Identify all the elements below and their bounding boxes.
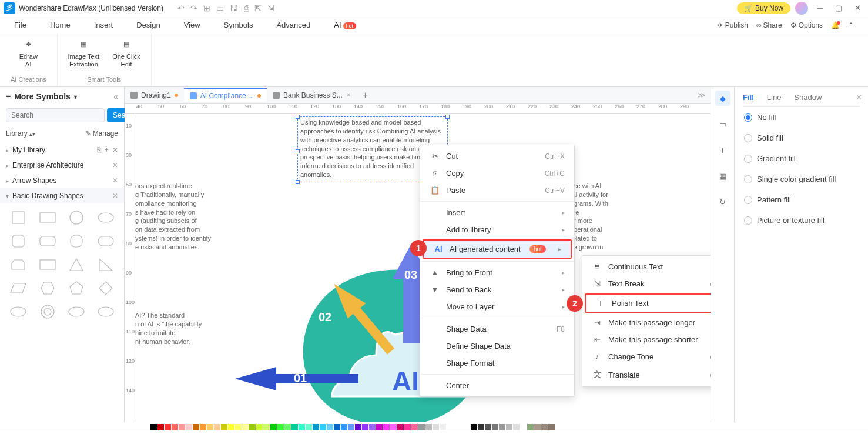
sidebar-cat-basic[interactable]: ▾Basic Drawing Shapes✕ (0, 188, 124, 203)
fill-opt-gradient[interactable]: Gradient fill (743, 148, 860, 169)
sub-translate[interactable]: 文Translate▸ (582, 365, 711, 384)
text-panel-button[interactable]: T (715, 142, 730, 158)
color-swatch[interactable] (150, 424, 157, 430)
color-swatch[interactable] (478, 424, 484, 430)
color-swatch[interactable] (341, 424, 347, 430)
shape-oval3[interactable] (93, 302, 118, 321)
ctx-cut[interactable]: ✂CutCtrl+X (420, 148, 574, 165)
panel-tab-line[interactable]: Line (767, 93, 782, 102)
shape-donut[interactable] (35, 302, 60, 321)
shape-rect[interactable] (35, 208, 60, 227)
add-tab-button[interactable]: + (357, 90, 374, 101)
color-swatch[interactable] (256, 424, 263, 430)
more-symbols-header[interactable]: ≡ More Symbols▾« (0, 87, 124, 106)
canvas-body[interactable]: 103050708090100110120140 AI 01 02 (125, 114, 711, 422)
shape-snip[interactable] (6, 255, 31, 274)
ctx-paste[interactable]: 📋PasteCtrl+V (420, 182, 574, 199)
shape-oval2[interactable] (65, 302, 89, 321)
ctx-copy[interactable]: ⎘CopyCtrl+C (420, 165, 574, 182)
sub-text-break[interactable]: ⇲Text Break▸ (582, 275, 711, 292)
fill-panel-button[interactable]: ◆ (715, 91, 730, 106)
sub-make-shorter[interactable]: ⇤Make this passage shorter (582, 331, 711, 348)
share-button[interactable]: ∞ Share (756, 21, 782, 29)
fill-opt-picture[interactable]: Picture or texture fill (743, 210, 860, 231)
sub-change-tone[interactable]: ♪Change Tone▸ (582, 348, 711, 365)
undo-icon[interactable]: ↶ (177, 4, 185, 13)
color-swatch[interactable] (299, 424, 305, 430)
color-swatch[interactable] (492, 424, 498, 430)
fill-opt-nofill[interactable]: No fill (743, 107, 860, 128)
sidebar-cat-arrow[interactable]: ▸Arrow Shapes✕ (0, 173, 124, 188)
panel-tab-fill[interactable]: Fill (743, 93, 754, 102)
panel-tab-shadow[interactable]: Shadow (794, 93, 822, 102)
import-icon[interactable]: ⇲ (267, 4, 274, 13)
color-swatch[interactable] (369, 424, 376, 430)
color-swatch[interactable] (520, 424, 527, 430)
color-swatch[interactable] (397, 424, 404, 430)
color-swatch[interactable] (186, 424, 192, 430)
shape-hexagon[interactable] (35, 279, 60, 298)
ctx-shape-data[interactable]: Shape DataF8 (420, 321, 574, 338)
diagram-canvas[interactable]: AI 01 02 03 ors expect real-time g Tradi… (135, 114, 711, 422)
sub-make-longer[interactable]: ⇥Make this passage longer (582, 314, 711, 331)
menu-view[interactable]: View (184, 21, 200, 29)
color-swatch[interactable] (172, 424, 178, 430)
color-swatch[interactable] (249, 424, 256, 430)
fill-opt-solid[interactable]: Solid fill (743, 128, 860, 148)
ctx-add-library[interactable]: Add to library▸ (420, 221, 574, 238)
close-icon[interactable]: ✕ (112, 161, 118, 169)
color-swatch[interactable] (165, 424, 171, 430)
fill-opt-single-gradient[interactable]: Single color gradient fill (743, 169, 860, 189)
color-swatch[interactable] (534, 424, 541, 430)
user-avatar[interactable] (795, 2, 808, 15)
ctx-center[interactable]: Center (420, 377, 574, 394)
color-swatch[interactable] (390, 424, 397, 430)
open-icon[interactable]: ▭ (216, 4, 224, 13)
color-swatch[interactable] (411, 424, 418, 430)
ctx-bring-front[interactable]: ▲Bring to Front▸ (420, 264, 574, 281)
color-swatch[interactable] (320, 424, 326, 430)
color-swatch[interactable] (143, 424, 150, 430)
color-swatch[interactable] (425, 424, 432, 430)
color-swatch[interactable] (157, 424, 164, 430)
tab-close-icon[interactable]: ✕ (346, 92, 351, 98)
shape-triangle[interactable] (65, 255, 89, 274)
color-swatch[interactable] (270, 424, 277, 430)
one-click-edit-button[interactable]: ▤One Click Edit (112, 38, 140, 68)
ctx-shape-format[interactable]: Shape Format (420, 355, 574, 372)
color-swatch[interactable] (376, 424, 383, 430)
panel-close-icon[interactable]: ✕ (856, 93, 862, 102)
add-icon[interactable]: + (105, 146, 109, 154)
color-swatch[interactable] (527, 424, 534, 430)
shape-parallelogram[interactable] (6, 279, 31, 298)
color-swatch[interactable] (242, 424, 249, 430)
menu-symbols[interactable]: Symbols (224, 21, 253, 29)
image-text-extraction-button[interactable]: ▦Image Text Extraction (68, 38, 100, 68)
color-swatch[interactable] (334, 424, 340, 430)
color-swatch[interactable] (513, 424, 520, 430)
page-panel-button[interactable]: ▭ (715, 116, 730, 132)
doc-tab-ai-compliance[interactable]: AI Compliance ... (184, 88, 267, 102)
expand-tabs-icon[interactable]: ≫ (693, 91, 711, 99)
shape-diamond[interactable] (93, 279, 118, 298)
ctx-move-layer[interactable]: Move to Layer▸ (420, 298, 574, 315)
menu-insert[interactable]: Insert (94, 21, 113, 29)
shape-pentagon[interactable] (65, 279, 89, 298)
color-swatch[interactable] (418, 424, 425, 430)
color-swatch[interactable] (313, 424, 319, 430)
maximize-button[interactable]: ▢ (832, 4, 846, 12)
shape-roundrect[interactable] (35, 232, 60, 251)
ctx-define-shape[interactable]: Define Shape Data (420, 338, 574, 355)
menu-file[interactable]: File (14, 21, 26, 29)
shape-square[interactable] (6, 208, 31, 227)
notifications-button[interactable]: 🔔 (831, 21, 840, 29)
color-swatch[interactable] (440, 424, 446, 430)
menu-home[interactable]: Home (50, 21, 71, 29)
doc-tab-bank[interactable]: Bank Business S...✕ (267, 89, 357, 102)
manage-button[interactable]: ✎ Manage (85, 129, 118, 138)
color-swatch[interactable] (221, 424, 227, 430)
shape-oval[interactable] (6, 302, 31, 321)
color-swatch[interactable] (291, 424, 298, 430)
collapse-ribbon-button[interactable]: ⌃ (848, 21, 854, 29)
doc-tab-drawing1[interactable]: Drawing1 (125, 89, 184, 102)
